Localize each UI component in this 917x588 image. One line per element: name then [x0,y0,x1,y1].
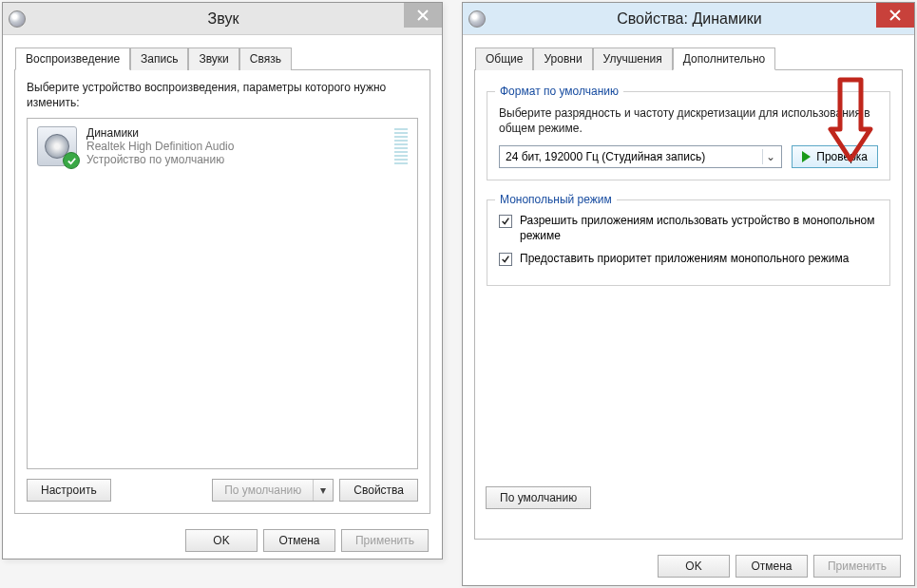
tab-playback[interactable]: Воспроизведение [15,47,130,70]
device-item-speakers[interactable]: Динамики Realtek High Definition Audio У… [28,119,417,174]
speaker-properties-dialog: Свойства: Динамики Общие Уровни Улучшени… [462,2,915,586]
speaker-icon [37,126,77,166]
group-default-format: Формат по умолчанию Выберите разрядность… [487,91,890,180]
apply-button[interactable]: Применить [341,529,429,552]
instruction-text: Выберите устройство воспроизведения, пар… [27,80,418,110]
play-icon [802,151,811,162]
tab-general[interactable]: Общие [475,47,533,70]
device-name: Динамики [86,126,385,140]
checkbox-exclusive-priority[interactable] [499,253,512,266]
sound-app-icon [9,10,26,28]
tabpane-advanced: Формат по умолчанию Выберите разрядность… [474,70,903,540]
tab-recording[interactable]: Запись [130,47,188,70]
device-driver: Realtek High Definition Audio [86,140,385,153]
tabpane-playback: Выберите устройство воспроизведения, пар… [14,70,430,514]
format-instruction: Выберите разрядность и частоту дискретиз… [499,105,878,136]
tab-advanced[interactable]: Дополнительно [673,47,775,70]
format-select[interactable]: 24 бит, 192000 Гц (Студийная запись) ⌄ [499,145,782,168]
set-default-button[interactable]: По умолчанию ▾ [212,479,334,502]
speaker-app-icon [468,10,486,28]
restore-defaults-button[interactable]: По умолчанию [486,486,591,509]
tab-communications[interactable]: Связь [239,47,292,70]
close-icon [417,9,429,21]
tabstrip: Общие Уровни Улучшения Дополнительно [474,47,903,70]
cancel-button[interactable]: Отмена [736,555,808,578]
properties-button[interactable]: Свойства [339,479,418,502]
configure-button[interactable]: Настроить [27,479,111,502]
device-status: Устройство по умолчанию [86,153,385,166]
default-check-icon [63,152,80,169]
sound-dialog: Звук Воспроизведение Запись Звуки Связь … [2,2,443,560]
titlebar[interactable]: Звук [3,3,442,35]
tab-enhancements[interactable]: Улучшения [593,47,673,70]
ok-button[interactable]: OK [658,555,730,578]
apply-button[interactable]: Применить [813,555,901,578]
tab-levels[interactable]: Уровни [533,47,592,70]
set-default-label: По умолчанию [213,480,314,501]
chevron-down-icon: ⌄ [762,149,777,164]
window-title: Звук [33,10,442,28]
format-selected-value: 24 бит, 192000 Гц (Студийная запись) [506,150,705,163]
tab-sounds[interactable]: Звуки [188,47,239,70]
chevron-down-icon[interactable]: ▾ [314,480,333,501]
checkbox-exclusive-priority-label: Предоставить приоритет приложениям моноп… [520,252,849,267]
device-list[interactable]: Динамики Realtek High Definition Audio У… [27,118,418,469]
checkbox-allow-exclusive[interactable] [499,215,512,228]
close-button[interactable] [404,3,442,28]
test-label: Проверка [816,150,868,163]
ok-button[interactable]: OK [185,529,258,552]
titlebar[interactable]: Свойства: Динамики [463,3,914,35]
group-title: Формат по умолчанию [495,85,623,98]
cancel-button[interactable]: Отмена [263,529,335,552]
window-title: Свойства: Динамики [493,10,914,28]
device-text: Динамики Realtek High Definition Audio У… [86,126,385,166]
checkbox-allow-exclusive-label: Разрешить приложениям использовать устро… [520,214,878,243]
level-meter-icon [394,126,408,166]
tabstrip: Воспроизведение Запись Звуки Связь [14,47,430,70]
close-icon [889,9,901,21]
group-title: Монопольный режим [495,193,617,206]
group-exclusive: Монопольный режим Разрешить приложениям … [487,199,890,286]
test-button[interactable]: Проверка [792,145,878,168]
close-button[interactable] [876,3,914,28]
